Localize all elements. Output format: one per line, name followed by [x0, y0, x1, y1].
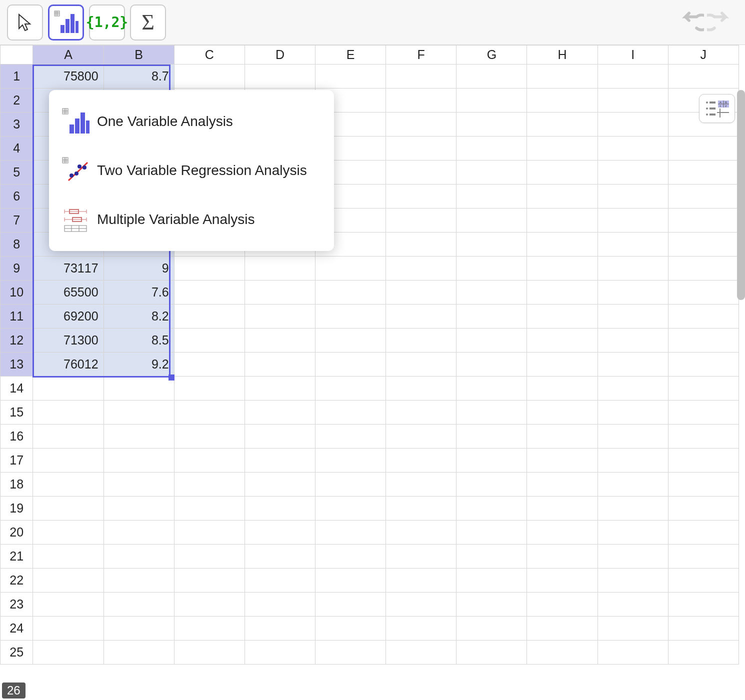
cell-G18[interactable]: [456, 472, 527, 496]
row-header-2[interactable]: 2: [0, 88, 33, 112]
cell-F5[interactable]: [386, 160, 456, 184]
cell-G17[interactable]: [456, 448, 527, 472]
row-header-7[interactable]: 7: [0, 208, 33, 232]
cell-C24[interactable]: [174, 616, 244, 640]
row-header-5[interactable]: 5: [0, 160, 33, 184]
cell-I3[interactable]: [598, 112, 668, 136]
col-header-C[interactable]: C: [174, 46, 244, 64]
col-header-G[interactable]: G: [456, 46, 527, 64]
cell-J9[interactable]: [668, 256, 738, 280]
cell-J13[interactable]: [668, 352, 738, 376]
cell-G12[interactable]: [456, 328, 527, 352]
row-header-20[interactable]: 20: [0, 520, 33, 544]
cell-B16[interactable]: [104, 424, 174, 448]
cell-E23[interactable]: [316, 592, 386, 616]
cell-G24[interactable]: [456, 616, 527, 640]
corner-cell[interactable]: [0, 46, 33, 64]
cell-F20[interactable]: [386, 520, 456, 544]
cell-I19[interactable]: [598, 496, 668, 520]
cell-E10[interactable]: [316, 280, 386, 304]
row-header-26[interactable]: 26: [2, 682, 26, 698]
cell-F24[interactable]: [386, 616, 456, 640]
cell-A16[interactable]: [33, 424, 104, 448]
cell-H7[interactable]: [527, 208, 598, 232]
cell-C20[interactable]: [174, 520, 244, 544]
row-header-8[interactable]: 8: [0, 232, 33, 256]
cell-H1[interactable]: [527, 64, 598, 88]
cell-G9[interactable]: [456, 256, 527, 280]
cell-I12[interactable]: [598, 328, 668, 352]
cell-I20[interactable]: [598, 520, 668, 544]
row-header-10[interactable]: 10: [0, 280, 33, 304]
one-variable-analysis-item[interactable]: One Variable Analysis: [49, 97, 334, 146]
cell-F9[interactable]: [386, 256, 456, 280]
cell-A25[interactable]: [33, 640, 104, 664]
cell-J19[interactable]: [668, 496, 738, 520]
cell-F4[interactable]: [386, 136, 456, 160]
cell-D15[interactable]: [244, 400, 315, 424]
cell-A11[interactable]: 69200: [33, 304, 104, 328]
cell-D22[interactable]: [244, 568, 315, 592]
row-header-15[interactable]: 15: [0, 400, 33, 424]
cell-H11[interactable]: [527, 304, 598, 328]
cell-B21[interactable]: [104, 544, 174, 568]
cell-J8[interactable]: [668, 232, 738, 256]
cell-A15[interactable]: [33, 400, 104, 424]
row-header-17[interactable]: 17: [0, 448, 33, 472]
row-header-23[interactable]: 23: [0, 592, 33, 616]
cell-G16[interactable]: [456, 424, 527, 448]
cell-G11[interactable]: [456, 304, 527, 328]
cell-J17[interactable]: [668, 448, 738, 472]
cell-D12[interactable]: [244, 328, 315, 352]
cell-G6[interactable]: [456, 184, 527, 208]
cell-H21[interactable]: [527, 544, 598, 568]
cell-E21[interactable]: [316, 544, 386, 568]
cell-D17[interactable]: [244, 448, 315, 472]
cell-C16[interactable]: [174, 424, 244, 448]
cell-H15[interactable]: [527, 400, 598, 424]
row-header-21[interactable]: 21: [0, 544, 33, 568]
cell-E13[interactable]: [316, 352, 386, 376]
cell-C25[interactable]: [174, 640, 244, 664]
cell-B22[interactable]: [104, 568, 174, 592]
cell-J15[interactable]: [668, 400, 738, 424]
cell-A1[interactable]: 75800: [33, 64, 104, 88]
cell-F7[interactable]: [386, 208, 456, 232]
cell-J11[interactable]: [668, 304, 738, 328]
cell-E20[interactable]: [316, 520, 386, 544]
cell-F10[interactable]: [386, 280, 456, 304]
cell-E15[interactable]: [316, 400, 386, 424]
cell-B23[interactable]: [104, 592, 174, 616]
cell-G8[interactable]: [456, 232, 527, 256]
cell-I16[interactable]: [598, 424, 668, 448]
cell-D25[interactable]: [244, 640, 315, 664]
cell-D18[interactable]: [244, 472, 315, 496]
row-header-6[interactable]: 6: [0, 184, 33, 208]
cell-J16[interactable]: [668, 424, 738, 448]
cell-D16[interactable]: [244, 424, 315, 448]
list-tool-button[interactable]: {1,2}: [89, 4, 125, 40]
cell-A10[interactable]: 65500: [33, 280, 104, 304]
cell-F19[interactable]: [386, 496, 456, 520]
cell-I22[interactable]: [598, 568, 668, 592]
cell-I13[interactable]: [598, 352, 668, 376]
cell-G7[interactable]: [456, 208, 527, 232]
cell-F13[interactable]: [386, 352, 456, 376]
cell-I5[interactable]: [598, 160, 668, 184]
cell-G20[interactable]: [456, 520, 527, 544]
cell-F21[interactable]: [386, 544, 456, 568]
cell-B11[interactable]: 8.2: [104, 304, 174, 328]
cell-F2[interactable]: [386, 88, 456, 112]
row-header-9[interactable]: 9: [0, 256, 33, 280]
cell-B25[interactable]: [104, 640, 174, 664]
cell-H24[interactable]: [527, 616, 598, 640]
cell-D24[interactable]: [244, 616, 315, 640]
cell-H23[interactable]: [527, 592, 598, 616]
cell-H8[interactable]: [527, 232, 598, 256]
col-header-E[interactable]: E: [316, 46, 386, 64]
row-header-25[interactable]: 25: [0, 640, 33, 664]
cell-E24[interactable]: [316, 616, 386, 640]
cell-A14[interactable]: [33, 376, 104, 400]
cell-H17[interactable]: [527, 448, 598, 472]
cell-J1[interactable]: [668, 64, 738, 88]
